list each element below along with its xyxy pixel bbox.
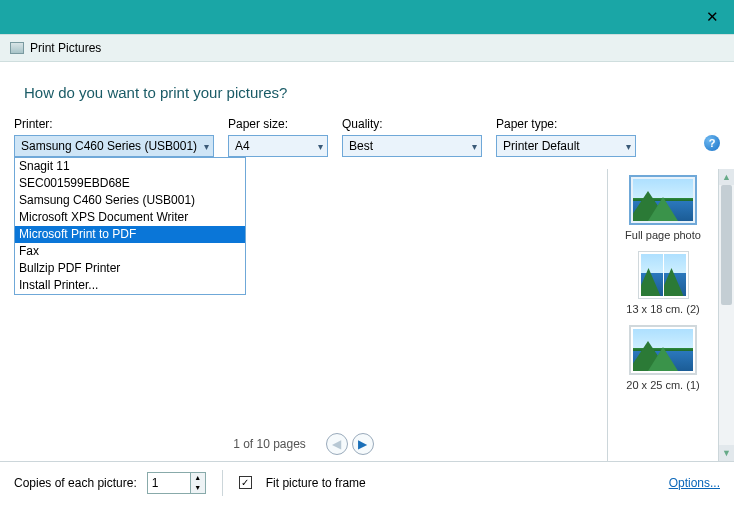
printer-value: Samsung C460 Series (USB001) xyxy=(21,139,197,153)
fit-checkbox[interactable]: ✓ xyxy=(239,476,252,489)
next-page-button[interactable]: ▶ xyxy=(352,433,374,455)
copies-spinner[interactable]: ▲ ▼ xyxy=(147,472,206,494)
printer-option[interactable]: Microsoft XPS Document Writer xyxy=(15,209,245,226)
printer-combobox[interactable]: Samsung C460 Series (USB001) ▾ xyxy=(14,135,214,157)
quality-label: Quality: xyxy=(342,117,482,131)
options-link[interactable]: Options... xyxy=(669,476,720,490)
app-icon xyxy=(10,42,24,54)
fit-label: Fit picture to frame xyxy=(266,476,366,490)
layout-caption: Full page photo xyxy=(625,229,701,241)
chevron-down-icon: ▾ xyxy=(626,141,631,152)
printer-option[interactable]: Microsoft Print to PDF xyxy=(15,226,245,243)
quality-combobox[interactable]: Best ▾ xyxy=(342,135,482,157)
printer-option[interactable]: Bullzip PDF Printer xyxy=(15,260,245,277)
close-button[interactable]: ✕ xyxy=(702,7,722,27)
layout-option-20x25[interactable] xyxy=(629,325,697,375)
printer-option[interactable]: Samsung C460 Series (USB001) xyxy=(15,192,245,209)
scroll-up-button[interactable]: ▲ xyxy=(719,169,734,185)
help-icon[interactable]: ? xyxy=(704,135,720,151)
paper-type-combobox[interactable]: Printer Default ▾ xyxy=(496,135,636,157)
copies-input[interactable] xyxy=(148,473,190,493)
printer-label: Printer: xyxy=(14,117,214,131)
printer-dropdown-list[interactable]: Snagit 11SEC001599EBD68ESamsung C460 Ser… xyxy=(14,157,246,295)
paper-type-value: Printer Default xyxy=(503,139,580,153)
paper-size-combobox[interactable]: A4 ▾ xyxy=(228,135,328,157)
separator xyxy=(222,470,223,496)
spin-down-button[interactable]: ▼ xyxy=(191,483,205,493)
sidebar-scrollbar[interactable]: ▲ ▼ xyxy=(718,169,734,461)
layout-caption: 20 x 25 cm. (1) xyxy=(626,379,699,391)
paper-size-label: Paper size: xyxy=(228,117,328,131)
printer-option[interactable]: Snagit 11 xyxy=(15,158,245,175)
page-heading: How do you want to print your pictures? xyxy=(0,62,734,117)
quality-value: Best xyxy=(349,139,373,153)
layout-sidebar: Full page photo 13 x 18 cm. (2) 20 x 25 … xyxy=(607,169,718,461)
scroll-thumb[interactable] xyxy=(721,185,732,305)
copies-label: Copies of each picture: xyxy=(14,476,137,490)
chevron-down-icon: ▾ xyxy=(472,141,477,152)
spin-up-button[interactable]: ▲ xyxy=(191,473,205,483)
layout-caption: 13 x 18 cm. (2) xyxy=(626,303,699,315)
chevron-down-icon: ▾ xyxy=(318,141,323,152)
chevron-down-icon: ▾ xyxy=(204,141,209,152)
layout-option-full-page[interactable] xyxy=(629,175,697,225)
window-title: Print Pictures xyxy=(30,41,101,55)
printer-option[interactable]: Fax xyxy=(15,243,245,260)
prev-page-button[interactable]: ◀ xyxy=(326,433,348,455)
layout-option-13x18[interactable] xyxy=(638,251,689,299)
pager-text: 1 of 10 pages xyxy=(233,437,306,451)
paper-size-value: A4 xyxy=(235,139,250,153)
printer-option[interactable]: SEC001599EBD68E xyxy=(15,175,245,192)
paper-type-label: Paper type: xyxy=(496,117,636,131)
scroll-down-button[interactable]: ▼ xyxy=(719,445,734,461)
printer-option[interactable]: Install Printer... xyxy=(15,277,245,294)
